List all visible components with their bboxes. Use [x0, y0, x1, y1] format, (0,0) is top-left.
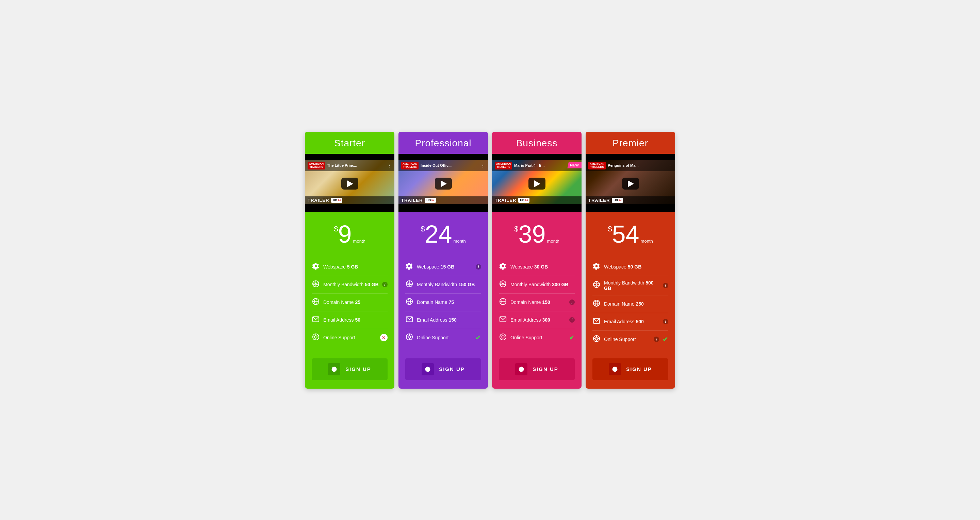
hd-badge: HD ✂: [425, 198, 436, 203]
video-title: Penguins of Ma...: [608, 163, 668, 167]
svg-point-23: [408, 336, 410, 338]
info-icon[interactable]: i: [476, 264, 481, 270]
info-icon[interactable]: i: [663, 319, 668, 324]
gear-icon: [592, 262, 601, 272]
feature-row-domain: Domain Name 25: [312, 294, 388, 312]
video-overlay-premier: AMERICANTRAILERSPenguins of Ma...⋮TRAILE…: [585, 160, 675, 204]
feature-label-bandwidth: Monthly Bandwidth 300 GB: [511, 282, 575, 287]
signup-button-premier[interactable]: SIGN UP: [592, 358, 668, 380]
plan-card-premier: PremierAMERICANTRAILERSPenguins of Ma...…: [585, 132, 675, 389]
feature-label-domain: Domain Name 150: [511, 299, 566, 305]
video-options-icon[interactable]: ⋮: [387, 163, 392, 168]
video-container-professional[interactable]: AMERICANTRAILERSInside Out Offic...⋮TRAI…: [398, 154, 488, 211]
info-icon[interactable]: i: [569, 317, 575, 323]
video-options-icon[interactable]: ⋮: [480, 163, 485, 168]
price-period: month: [353, 239, 366, 244]
hd-badge: HD ✂: [331, 198, 342, 203]
features-section-professional: Webspace 15 GBiMonthly Bandwidth 150 GBD…: [398, 253, 488, 353]
play-button[interactable]: [622, 178, 639, 189]
bandwidth-icon: [405, 280, 414, 289]
plan-header-premier: Premier: [585, 132, 675, 154]
signup-label: SIGN UP: [439, 366, 465, 372]
play-button[interactable]: [341, 178, 358, 189]
price-section-premier: $54month: [585, 211, 675, 253]
svg-point-37: [501, 336, 504, 338]
play-button[interactable]: [528, 178, 546, 189]
price-period: month: [547, 239, 559, 244]
info-icon[interactable]: i: [569, 299, 575, 305]
bandwidth-icon: [592, 281, 601, 290]
feature-label-domain: Domain Name 250: [604, 301, 668, 307]
feature-label-bandwidth: Monthly Bandwidth 150 GB: [417, 282, 481, 287]
cross-icon: ✕: [380, 334, 388, 341]
video-overlay-professional: AMERICANTRAILERSInside Out Offic...⋮TRAI…: [398, 160, 488, 204]
domain-icon: [592, 299, 601, 309]
feature-row-bandwidth: Monthly Bandwidth 500 GBi: [592, 276, 668, 296]
feature-label-gear: Webspace 50 GB: [604, 264, 668, 270]
feature-row-domain: Domain Name 250: [592, 296, 668, 313]
feature-row-support: Online Support✔: [499, 329, 575, 347]
video-title: The Little Princ...: [327, 163, 387, 167]
video-container-business[interactable]: AMERICANTRAILERSMario Part 4 - E...⋮TRAI…: [492, 154, 582, 211]
play-button[interactable]: [435, 178, 452, 189]
signup-label: SIGN UP: [533, 366, 558, 372]
price-dollar-sign: $: [608, 224, 612, 234]
feature-label-bandwidth: Monthly Bandwidth 50 GB: [323, 282, 379, 287]
bandwidth-icon: [312, 280, 320, 289]
support-icon: [592, 335, 601, 344]
feature-row-gear: Webspace 15 GBi: [405, 258, 481, 276]
domain-icon: [405, 298, 414, 307]
feature-row-email: Email Address 50: [312, 312, 388, 329]
plan-card-business: BusinessAMERICANTRAILERSMario Part 4 - E…: [492, 132, 582, 389]
signup-icon: [515, 363, 527, 375]
plan-header-professional: Professional: [398, 132, 488, 154]
price-amount: 54: [612, 222, 640, 246]
plan-card-starter: StarterAMERICANTRAILERSThe Little Princ.…: [305, 132, 395, 389]
check-icon: ✔: [662, 335, 668, 343]
feature-row-support: Online Support✕: [312, 329, 388, 347]
price-dollar-sign: $: [334, 224, 338, 234]
info-icon[interactable]: i: [382, 282, 388, 287]
plan-title-business: Business: [495, 138, 578, 149]
feature-label-email: Email Address 150: [417, 317, 481, 323]
feature-row-email: Email Address 150: [405, 312, 481, 329]
support-icon: [499, 333, 507, 342]
feature-label-domain: Domain Name 75: [417, 299, 481, 305]
bandwidth-icon: [499, 280, 507, 289]
feature-label-support: Online Support: [511, 335, 566, 340]
feature-row-email: Email Address 500i: [592, 313, 668, 331]
feature-row-domain: Domain Name 150i: [499, 294, 575, 312]
plan-header-starter: Starter: [305, 132, 395, 154]
hd-badge: HD ✂: [518, 198, 530, 203]
signup-button-professional[interactable]: SIGN UP: [405, 358, 481, 380]
features-section-premier: Webspace 50 GBMonthly Bandwidth 500 GBiD…: [585, 253, 675, 353]
info-icon[interactable]: i: [663, 283, 668, 288]
check-icon: ✔: [569, 334, 575, 342]
video-container-starter[interactable]: AMERICANTRAILERSThe Little Princ...⋮TRAI…: [305, 154, 395, 211]
feature-label-support: Online Support: [417, 335, 472, 340]
video-container-premier[interactable]: AMERICANTRAILERSPenguins of Ma...⋮TRAILE…: [585, 154, 675, 211]
gear-icon: [312, 262, 320, 272]
svg-point-9: [314, 336, 317, 338]
video-title: Mario Part 4 - E...: [514, 163, 574, 167]
info-icon[interactable]: i: [654, 337, 659, 342]
video-options-icon[interactable]: ⋮: [668, 163, 672, 168]
signup-section-starter: SIGN UP: [305, 353, 395, 389]
signup-section-business: SIGN UP: [492, 353, 582, 389]
gear-icon: [499, 262, 507, 272]
feature-label-support: Online Support: [604, 337, 650, 342]
signup-icon: [422, 363, 434, 375]
video-title: Inside Out Offic...: [421, 163, 480, 167]
features-section-business: Webspace 30 GBMonthly Bandwidth 300 GBDo…: [492, 253, 582, 353]
video-overlay-starter: AMERICANTRAILERSThe Little Princ...⋮TRAI…: [305, 160, 395, 204]
price-amount: 24: [425, 222, 452, 246]
feature-label-support: Online Support: [323, 335, 377, 340]
signup-button-business[interactable]: SIGN UP: [499, 358, 575, 380]
price-section-professional: $24month: [398, 211, 488, 253]
signup-button-starter[interactable]: SIGN UP: [312, 358, 388, 380]
signup-section-premier: SIGN UP: [585, 353, 675, 389]
feature-row-bandwidth: Monthly Bandwidth 300 GB: [499, 276, 575, 294]
check-icon: ✔: [476, 334, 481, 342]
email-icon: [405, 315, 414, 324]
trailer-badge: AMERICANTRAILERS: [495, 162, 512, 170]
